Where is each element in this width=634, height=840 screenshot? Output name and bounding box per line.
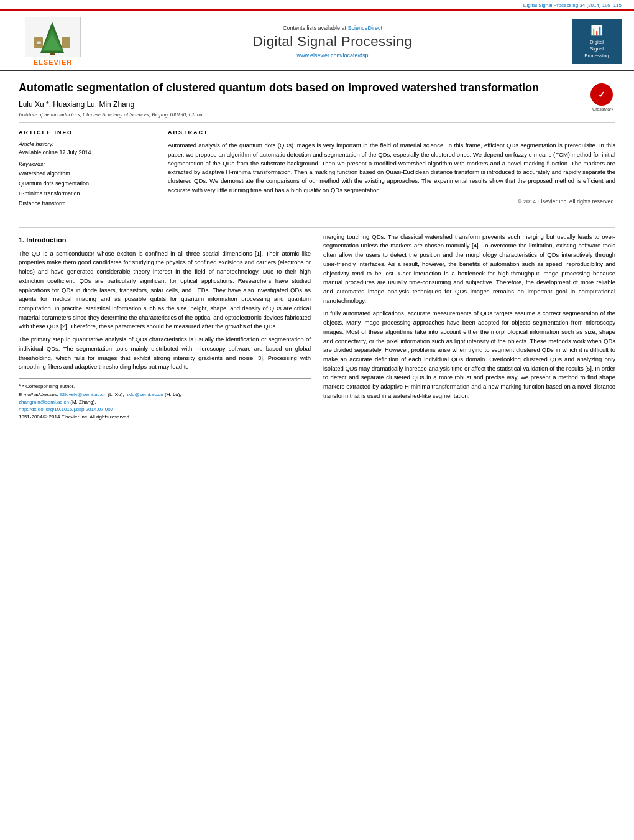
footnote-email-zhang-line: zhangmin@semi.ac.cn (M. Zhang). bbox=[19, 399, 311, 406]
footnote-doi[interactable]: http://dx.doi.org/10.1016/j.dsp.2014.07.… bbox=[19, 407, 113, 412]
abstract-col: ABSTRACT Automated analysis of the quant… bbox=[168, 129, 615, 212]
abstract-text: Automated analysis of the quantum dots (… bbox=[168, 141, 615, 195]
body-para-4: In fully automated applications, accurat… bbox=[323, 309, 615, 400]
journal-header-center: Contents lists available at ScienceDirec… bbox=[93, 25, 572, 58]
journal-title: Digital Signal Processing bbox=[106, 34, 559, 50]
article-authors: Lulu Xu *, Huaxiang Lu, Min Zhang bbox=[19, 100, 584, 109]
journal-citation: Digital Signal Processing 34 (2014) 108–… bbox=[523, 2, 622, 8]
contents-line: Contents lists available at ScienceDirec… bbox=[106, 25, 559, 31]
article-info-abstract-section: ARTICLE INFO Article history: Available … bbox=[19, 129, 615, 219]
keywords-list: Watershed algorithm Quantum dots segment… bbox=[19, 168, 155, 209]
dsp-logo-box: 📊 Digital Signal Processing bbox=[572, 19, 622, 65]
article-content: Automatic segmentation of clustered quan… bbox=[0, 71, 634, 431]
footnote-doi-line: http://dx.doi.org/10.1016/j.dsp.2014.07.… bbox=[19, 406, 311, 413]
elsevier-label: ELSEVIER bbox=[34, 58, 72, 66]
article-info-col: ARTICLE INFO Article history: Available … bbox=[19, 129, 155, 212]
article-history-block: Article history: Available online 17 Jul… bbox=[19, 141, 155, 157]
dsp-logo-section: 📊 Digital Signal Processing bbox=[572, 19, 622, 65]
copyright-line: © 2014 Elsevier Inc. All rights reserved… bbox=[168, 198, 615, 205]
crossmark-section: ✓ CrossMark bbox=[590, 83, 615, 111]
keyword-4: Distance transform bbox=[19, 198, 155, 208]
footnote-email-xu[interactable]: ll2lovely@semi.ac.cn bbox=[60, 392, 106, 397]
crossmark-badge: ✓ bbox=[590, 83, 613, 106]
footnote-email-lu[interactable]: hxlu@semi.ac.cn bbox=[126, 392, 163, 397]
body-para-3: merging touching QDs. The classical wate… bbox=[323, 233, 615, 306]
dsp-icon: 📊 bbox=[576, 24, 618, 37]
article-title-text: Automatic segmentation of clustered quan… bbox=[19, 81, 584, 118]
elsevier-logo: 📖 ELSEVIER bbox=[12, 17, 93, 66]
footnote-corresponding: * * Corresponding author. bbox=[19, 382, 311, 391]
footnote-email-zhang[interactable]: zhangmin@semi.ac.cn bbox=[19, 399, 69, 405]
footnote-email-line: E-mail addresses: ll2lovely@semi.ac.cn (… bbox=[19, 391, 311, 399]
crossmark-label: CrossMark bbox=[590, 107, 615, 111]
article-info-label: ARTICLE INFO bbox=[19, 129, 155, 137]
journal-top-bar: Digital Signal Processing 34 (2014) 108–… bbox=[0, 0, 634, 11]
section1-heading: 1. Introduction bbox=[19, 235, 311, 246]
elsevier-tree-image: 📖 bbox=[25, 17, 81, 57]
keywords-block: Keywords: Watershed algorithm Quantum do… bbox=[19, 161, 155, 209]
sciencedirect-link[interactable]: ScienceDirect bbox=[348, 25, 383, 31]
footnote-email-label: E-mail addresses: bbox=[19, 392, 60, 397]
keyword-1: Watershed algorithm bbox=[19, 168, 155, 178]
elsevier-logo-section: 📖 ELSEVIER bbox=[12, 17, 93, 66]
body-para-1: The QD is a semiconductor whose exciton … bbox=[19, 249, 311, 331]
abstract-label: ABSTRACT bbox=[168, 129, 615, 137]
article-history-label: Article history: bbox=[19, 141, 155, 147]
footnote-issn-line: 1051-2004/© 2014 Elsevier Inc. All right… bbox=[19, 413, 311, 421]
body-two-col: 1. Introduction The QD is a semiconducto… bbox=[19, 233, 615, 421]
keyword-3: H-minima transformation bbox=[19, 188, 155, 198]
section-divider bbox=[19, 227, 615, 228]
svg-text:📖: 📖 bbox=[37, 40, 42, 45]
page-wrapper: Digital Signal Processing 34 (2014) 108–… bbox=[0, 0, 634, 840]
dsp-logo-line1: Digital bbox=[576, 39, 618, 45]
article-affiliation: Institute of Semiconductors, Chinese Aca… bbox=[19, 111, 584, 118]
body-col-right: merging touching QDs. The classical wate… bbox=[323, 233, 615, 421]
svg-rect-5 bbox=[62, 37, 70, 48]
article-title: Automatic segmentation of clustered quan… bbox=[19, 81, 584, 95]
article-title-section: Automatic segmentation of clustered quan… bbox=[19, 81, 615, 123]
available-online: Available online 17 July 2014 bbox=[19, 149, 155, 157]
keywords-label: Keywords: bbox=[19, 161, 155, 167]
body-para-2: The primary step in quantitative analysi… bbox=[19, 335, 311, 372]
footnote-section: * * Corresponding author. E-mail address… bbox=[19, 378, 311, 421]
body-col-left: 1. Introduction The QD is a semiconducto… bbox=[19, 233, 311, 421]
dsp-logo-line3: Processing bbox=[576, 52, 618, 59]
keyword-2: Quantum dots segmentation bbox=[19, 178, 155, 188]
footnote-star: * bbox=[19, 383, 21, 389]
journal-header: 📖 ELSEVIER Contents lists available at S… bbox=[0, 11, 634, 71]
journal-url: www.elsevier.com/locate/dsp bbox=[106, 52, 559, 58]
dsp-logo-line2: Signal bbox=[576, 45, 618, 52]
